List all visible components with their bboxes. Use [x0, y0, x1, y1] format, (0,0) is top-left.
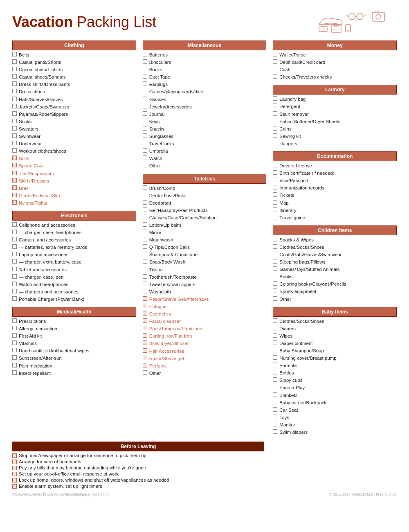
checkbox[interactable]	[12, 141, 17, 145]
checkbox[interactable]	[143, 81, 147, 86]
checkbox[interactable]	[12, 370, 17, 375]
checkbox[interactable]	[273, 252, 277, 256]
checkbox[interactable]	[273, 415, 277, 419]
checkbox[interactable]	[143, 356, 147, 360]
checkbox[interactable]	[273, 348, 277, 352]
checkbox[interactable]	[273, 429, 277, 434]
checkbox[interactable]	[273, 215, 277, 219]
checkbox[interactable]	[273, 385, 277, 389]
checkbox[interactable]	[143, 74, 147, 79]
checkbox[interactable]	[143, 111, 147, 116]
checkbox[interactable]	[273, 178, 277, 182]
checkbox[interactable]	[143, 304, 147, 308]
checkbox[interactable]	[143, 156, 147, 160]
checkbox[interactable]	[143, 133, 147, 138]
checkbox[interactable]	[12, 119, 17, 123]
checkbox[interactable]	[273, 163, 277, 167]
checkbox[interactable]	[143, 230, 147, 234]
checkbox[interactable]	[12, 126, 17, 131]
checkbox[interactable]	[143, 148, 147, 153]
checkbox[interactable]	[143, 52, 147, 56]
checkbox[interactable]	[143, 370, 147, 375]
checkbox[interactable]	[12, 222, 17, 227]
checkbox[interactable]	[12, 244, 17, 249]
checkbox[interactable]	[143, 200, 147, 205]
checkbox[interactable]	[273, 274, 277, 278]
checkbox[interactable]	[12, 274, 17, 279]
checkbox[interactable]	[143, 348, 147, 353]
checkbox[interactable]	[273, 363, 277, 367]
checkbox[interactable]	[143, 67, 147, 71]
checkbox[interactable]	[12, 466, 17, 470]
checkbox[interactable]	[12, 478, 17, 482]
checkbox[interactable]	[143, 244, 147, 249]
checkbox[interactable]	[12, 59, 17, 64]
checkbox[interactable]	[12, 89, 17, 93]
checkbox[interactable]	[12, 133, 17, 138]
checkbox[interactable]	[273, 170, 277, 175]
checkbox[interactable]	[273, 141, 277, 145]
checkbox[interactable]	[143, 252, 147, 256]
checkbox[interactable]	[12, 193, 17, 197]
checkbox[interactable]	[273, 96, 277, 101]
checkbox[interactable]	[273, 133, 277, 138]
checkbox[interactable]	[12, 340, 17, 345]
checkbox[interactable]	[143, 311, 147, 316]
checkbox[interactable]	[143, 59, 147, 64]
checkbox[interactable]	[143, 296, 147, 301]
checkbox[interactable]	[12, 296, 17, 301]
checkbox[interactable]	[273, 266, 277, 271]
checkbox[interactable]	[12, 333, 17, 338]
checkbox[interactable]	[12, 148, 17, 153]
checkbox[interactable]	[143, 326, 147, 330]
checkbox[interactable]	[273, 318, 277, 323]
checkbox[interactable]	[12, 111, 17, 116]
checkbox[interactable]	[273, 340, 277, 345]
checkbox[interactable]	[143, 282, 147, 286]
checkbox[interactable]	[273, 355, 277, 360]
checkbox[interactable]	[12, 289, 17, 293]
checkbox[interactable]	[12, 326, 17, 330]
checkbox[interactable]	[12, 484, 17, 489]
checkbox[interactable]	[143, 274, 147, 279]
checkbox[interactable]	[273, 400, 277, 404]
checkbox[interactable]	[143, 340, 147, 345]
checkbox[interactable]	[143, 259, 147, 264]
checkbox[interactable]	[143, 318, 147, 323]
checkbox[interactable]	[143, 119, 147, 123]
checkbox[interactable]	[273, 392, 277, 397]
checkbox[interactable]	[273, 185, 277, 189]
checkbox[interactable]	[12, 460, 17, 464]
checkbox[interactable]	[273, 370, 277, 374]
checkbox[interactable]	[143, 193, 147, 197]
checkbox[interactable]	[273, 200, 277, 205]
checkbox[interactable]	[143, 289, 147, 293]
checkbox[interactable]	[143, 89, 147, 93]
checkbox[interactable]	[273, 104, 277, 108]
checkbox[interactable]	[12, 348, 17, 352]
checkbox[interactable]	[12, 355, 17, 360]
checkbox[interactable]	[143, 333, 147, 338]
checkbox[interactable]	[12, 252, 17, 256]
checkbox[interactable]	[143, 163, 147, 167]
checkbox[interactable]	[12, 156, 17, 160]
checkbox[interactable]	[143, 185, 147, 190]
checkbox[interactable]	[273, 74, 277, 79]
checkbox[interactable]	[273, 111, 277, 116]
checkbox[interactable]	[12, 363, 17, 367]
checkbox[interactable]	[143, 363, 147, 367]
checkbox[interactable]	[12, 178, 17, 183]
checkbox[interactable]	[12, 230, 17, 234]
checkbox[interactable]	[12, 97, 17, 101]
checkbox[interactable]	[12, 67, 17, 71]
checkbox[interactable]	[12, 282, 17, 286]
checkbox[interactable]	[273, 333, 277, 338]
checkbox[interactable]	[143, 222, 147, 227]
checkbox[interactable]	[12, 74, 17, 79]
checkbox[interactable]	[273, 244, 277, 249]
checkbox[interactable]	[143, 267, 147, 271]
checkbox[interactable]	[273, 126, 277, 131]
checkbox[interactable]	[12, 185, 17, 190]
checkbox[interactable]	[273, 377, 277, 382]
checkbox[interactable]	[273, 67, 277, 71]
